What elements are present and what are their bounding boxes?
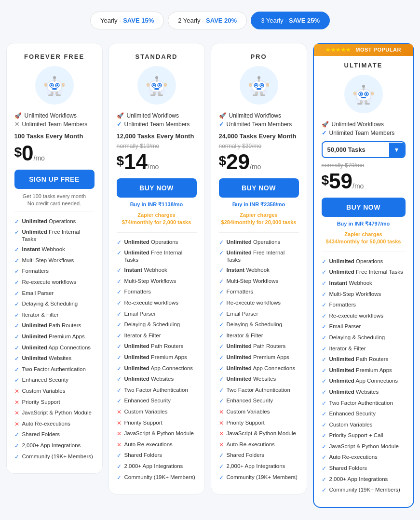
tab-2yearly-save: SAVE 20% [206,17,237,24]
check-icon: ✓ [219,354,224,362]
price-amount-pro: $29/mo [219,150,261,173]
tasks-selector-ultimate[interactable]: 50,000 Tasks ▼ [322,141,406,158]
svg-rect-29 [158,94,163,96]
check-icon: ✓ [322,422,326,429]
check-icon: ✓ [322,454,326,462]
plan-forever-free: FOREVER FREE [6,43,103,474]
most-popular-badge: ★★★★★ MOST POPULAR [314,44,413,56]
robot-circle-standard [137,66,176,105]
svg-rect-25 [164,83,167,87]
cta-button-standard[interactable]: BUY NOW [117,178,197,198]
dollar-sign-pro: $ [219,154,227,168]
per-mo-pro: /mo [250,163,261,171]
plan-name-forever-free: FOREVER FREE [14,53,95,60]
svg-rect-28 [150,94,155,96]
check-icon: ✓ [117,321,122,329]
feature-item: ✓Unlimited App Connections [322,377,406,386]
feature-item: ✓Unlimited Operations [14,218,95,226]
check-icon: ✓ [219,311,224,319]
tasks-label-standard: 12,000 Tasks Every Month [117,133,197,140]
check-icon: ✓ [117,250,122,257]
check-icon: ✓ [322,487,326,494]
check-icon: ✓ [14,345,19,352]
check-icon: ✓ [219,278,224,286]
tasks-dropdown[interactable]: 50,000 Tasks ▼ [322,141,406,158]
feature-item: ✓Community (19K+ Members) [219,474,299,482]
team-item-standard: ✓ Unlimited Team Members [117,121,197,128]
svg-point-20 [159,84,161,86]
feature-item: ✓Unlimited Free Internal Tasks [322,268,406,277]
tab-3yearly[interactable]: 3 Yearly - SAVE 25% [251,12,330,29]
feature-item: ✓Unlimited Websites [117,375,197,384]
tab-2yearly-label: 2 Yearly - [178,17,206,24]
svg-point-49 [360,93,362,95]
svg-point-35 [261,84,263,86]
dollar-sign-ultimate: $ [322,173,329,187]
svg-rect-44 [260,94,265,96]
feature-item: ✕JavaScript & Python Module [219,430,299,438]
check-icon: ✓ [219,321,224,329]
feature-item: ✓Delaying & Scheduling [14,300,95,308]
dropdown-arrow-icon[interactable]: ▼ [389,143,405,157]
cta-button-ultimate[interactable]: BUY NOW [322,198,406,217]
check-icon: ✓ [14,377,19,385]
feature-item: ✓Unlimited Free Internal Tasks [219,249,299,264]
feature-item: ✓Formatters [322,301,406,309]
check-icon: ✓ [14,453,19,461]
feature-highlight-ultimate: 🚀 Unlimited Workflows ✓ Unlimited Team M… [322,121,406,136]
cta-button-forever-free[interactable]: SIGN UP FREE [14,170,95,189]
feature-item: ✓Instant Webhook [117,267,197,275]
check-icon: ✓ [322,389,326,397]
workflows-item-standard: 🚀 Unlimited Workflows [117,112,197,119]
check-icon: ✓ [322,280,326,288]
check-icon: ✓ [14,229,19,237]
cross-icon: ✕ [219,441,224,449]
rocket-icon-pro: 🚀 [219,112,226,119]
check-icon: ✓ [14,246,19,254]
rocket-icon-standard: 🚀 [117,112,124,119]
feature-item: ✕Custom Variables [117,408,197,416]
stars-icon: ★★★★★ [325,47,351,53]
feature-item: ✓Auto Re-executions [322,453,406,462]
feature-item: ✓Unlimited App Connections [219,365,299,373]
check-icon: ✓ [322,346,326,353]
feature-item: ✓Unlimited Premium Apps [117,354,197,362]
check-icon: ✓ [14,322,19,330]
free-note-forever-free: Get 100 tasks every monthNo credit card … [14,193,95,208]
check-icon: ✓ [14,290,19,298]
feature-highlight-standard: 🚀 Unlimited Workflows ✓ Unlimited Team M… [117,112,197,128]
check-icon: ✓ [117,311,122,319]
feature-item: ✓Unlimited Path Routers [322,356,406,364]
tab-2yearly[interactable]: 2 Yearly - SAVE 20% [168,12,247,29]
feature-item: ✓Email Parser [14,290,95,298]
plan-name-ultimate: ULTIMATE [322,62,406,69]
tab-yearly[interactable]: Yearly - SAVE 15% [90,12,164,29]
check-icon: ✓ [117,289,122,296]
check-icon: ✓ [117,354,122,362]
cta-button-pro[interactable]: BUY NOW [219,178,299,198]
cross-icon: ✕ [219,430,224,438]
robot-container-ultimate [322,75,406,113]
feature-item: ✓Community (19K+ Members) [322,486,406,494]
check-icon: ✓ [117,463,122,471]
cross-icon: ✕ [14,410,19,417]
svg-point-4 [51,84,53,86]
feature-item: ✓Formatters [117,288,197,296]
check-icon: ✓ [14,279,19,287]
check-icon: ✓ [219,250,224,257]
feature-item: ✓Unlimited Premium Apps [219,354,299,362]
feature-item: ✓Multi-Step Workflows [117,278,197,286]
check-icon: ✓ [219,398,224,405]
cross-icon: ✕ [14,399,19,407]
check-icon: ✓ [322,323,326,331]
check-icon: ✓ [322,356,326,364]
feature-item: ✓Unlimited Operations [322,258,406,266]
check-icon: ✓ [14,333,19,341]
feature-item: ✓Formatters [219,288,299,296]
feature-item: ✓Multi-Step Workflows [322,291,406,299]
plan-name-pro: PRO [219,53,299,60]
inr-price-pro: Buy in INR ₹2358/mo [219,201,299,208]
feature-item: ✕Auto Re-executions [14,420,95,428]
main-price-standard: $14/mo [117,151,197,173]
svg-point-23 [155,76,158,79]
